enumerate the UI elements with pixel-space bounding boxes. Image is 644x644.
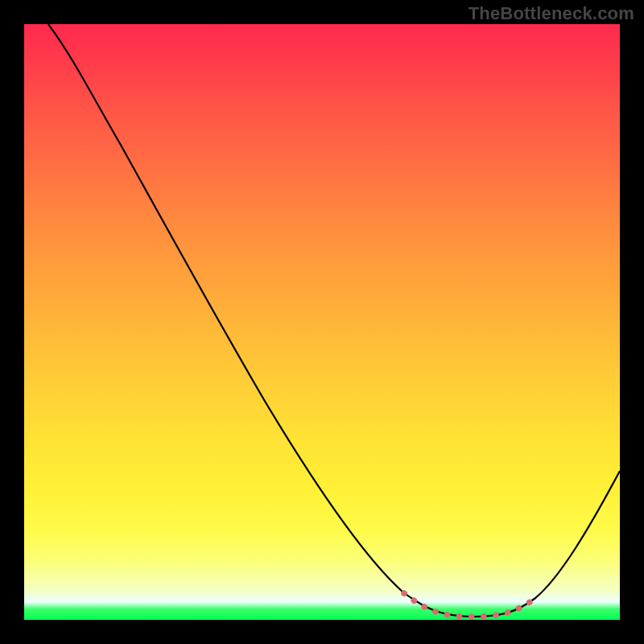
optimal-range-marker xyxy=(404,593,530,617)
plot-area xyxy=(24,24,620,620)
curve-line xyxy=(48,24,620,617)
watermark-text: TheBottleneck.com xyxy=(469,3,634,24)
chart-frame: TheBottleneck.com xyxy=(0,0,644,644)
bottleneck-curve xyxy=(24,24,620,620)
